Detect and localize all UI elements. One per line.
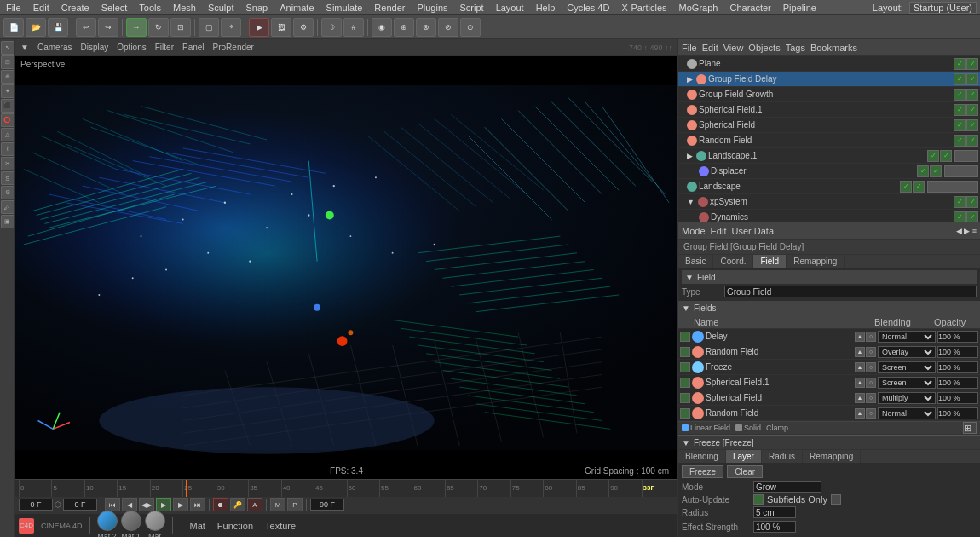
obj-row-plane[interactable]: Plane xyxy=(678,56,980,72)
skip-to-start-btn[interactable]: ⏮ xyxy=(105,498,120,511)
obj-row-sf1[interactable]: Spherical Field.1 xyxy=(678,102,980,118)
move-btn[interactable]: ↔ xyxy=(126,18,147,37)
vp-toolbar-toggle[interactable]: ▼ xyxy=(19,43,31,52)
render-check-gfg[interactable] xyxy=(966,89,978,101)
vp-display[interactable]: Display xyxy=(78,43,110,52)
grid-btn[interactable]: # xyxy=(343,18,364,37)
field-row-freeze[interactable]: Freeze ▲ ○ NormalOverlayScreenMultiply xyxy=(678,360,980,375)
xray-btn[interactable]: ☽ xyxy=(321,18,342,37)
left-icon-12[interactable]: 🖊 xyxy=(1,200,14,214)
record-btn[interactable]: ⏺ xyxy=(213,498,228,511)
sff-sm-icon2[interactable]: ○ xyxy=(866,393,876,403)
undo-btn[interactable]: ↩ xyxy=(76,18,96,37)
field-check-sff[interactable] xyxy=(680,393,690,403)
obj-row-dynamics[interactable]: Dynamics xyxy=(678,210,980,222)
current-frame-field[interactable] xyxy=(19,499,53,511)
attr-edit[interactable]: Edit xyxy=(711,226,727,236)
menu-mograph[interactable]: MoGraph xyxy=(677,3,721,13)
left-icon-9[interactable]: ✂ xyxy=(1,157,14,170)
vis-check-xp[interactable] xyxy=(954,196,966,208)
r1-sm-icon2[interactable]: ○ xyxy=(866,347,876,357)
field-row-sf1[interactable]: Spherical Field.1 ▲ ○ NormalOverlayScree… xyxy=(678,375,980,390)
vis-check-sf1[interactable] xyxy=(954,104,966,116)
menu-tools[interactable]: Tools xyxy=(136,3,164,13)
menu-file[interactable]: File xyxy=(3,3,24,13)
autoupdate-cb[interactable] xyxy=(753,494,764,505)
auto-key-btn[interactable]: A xyxy=(247,498,262,511)
tab-texture[interactable]: Texture xyxy=(262,519,299,533)
menu-character[interactable]: Character xyxy=(727,3,773,13)
tab-mat[interactable]: Mat xyxy=(187,519,209,533)
freeze-tab-radius[interactable]: Radius xyxy=(762,450,803,463)
left-icon-5[interactable]: ⬛ xyxy=(1,99,14,113)
field-check-random2[interactable] xyxy=(680,408,690,419)
render-check-land[interactable] xyxy=(913,181,925,193)
obj-row-land[interactable]: Landscape xyxy=(678,179,980,194)
sff-opacity[interactable] xyxy=(937,392,978,404)
render-check-dyn[interactable] xyxy=(966,211,978,222)
menu-edit[interactable]: Edit xyxy=(31,3,52,13)
delay-blend[interactable]: NormalOverlayScreenMultiply xyxy=(878,331,936,343)
menu-plugins[interactable]: Plugins xyxy=(414,3,450,13)
vis-check-rf[interactable] xyxy=(954,135,966,147)
delay-sm-icon1[interactable]: ▲ xyxy=(855,332,865,342)
field-check-freeze[interactable] xyxy=(680,362,690,372)
obj-row-rf[interactable]: Random Field xyxy=(678,133,980,148)
menu-xparticles[interactable]: X-Particles xyxy=(619,3,669,13)
material-thumb-2[interactable] xyxy=(121,511,141,531)
clear-btn[interactable]: Clear xyxy=(727,465,763,478)
scale-btn[interactable]: ⊡ xyxy=(170,18,191,37)
material-item-1[interactable]: Mat.2 xyxy=(97,511,118,537)
objmgr-objects[interactable]: Objects xyxy=(748,43,780,53)
vis-check-gfd[interactable] xyxy=(954,73,966,85)
objmgr-file[interactable]: File xyxy=(682,43,697,53)
frame-field-2[interactable] xyxy=(63,499,97,511)
lasso-btn[interactable]: ⌖ xyxy=(221,18,241,37)
field-check-random1[interactable] xyxy=(680,347,690,357)
render-check-land1[interactable] xyxy=(940,150,952,162)
vis-check-sf[interactable] xyxy=(954,119,966,131)
left-icon-1[interactable]: ↖ xyxy=(1,41,14,55)
end-frame-field[interactable] xyxy=(310,499,344,511)
render-check-plane[interactable] xyxy=(966,58,978,70)
tool4[interactable]: ⊘ xyxy=(438,18,458,37)
obj-row-gfg[interactable]: Group Field Growth xyxy=(678,87,980,102)
next-frame-btn[interactable]: ▶ xyxy=(173,498,188,511)
freeze-expand-icon[interactable]: ▼ xyxy=(682,438,690,448)
tab-remapping[interactable]: Remapping xyxy=(787,255,845,268)
tool3[interactable]: ⊗ xyxy=(416,18,436,37)
sf1-opacity[interactable] xyxy=(937,377,978,389)
tab-coord[interactable]: Coord. xyxy=(713,255,753,268)
radius-value[interactable] xyxy=(753,506,796,518)
freeze-btn[interactable]: Freeze xyxy=(682,465,723,478)
sff-sm-icon1[interactable]: ▲ xyxy=(855,393,865,403)
material-thumb-3[interactable] xyxy=(145,511,165,531)
vp-filter[interactable]: Filter xyxy=(153,43,176,52)
fields-options-btn[interactable]: ⊞ xyxy=(963,422,977,434)
left-icon-3[interactable]: ⊕ xyxy=(1,70,14,84)
play-reverse-btn[interactable]: ◀▶ xyxy=(139,498,154,511)
skip-to-end-btn[interactable]: ⏭ xyxy=(190,498,205,511)
sf1-sm-icon2[interactable]: ○ xyxy=(866,378,876,388)
open-btn[interactable]: 📂 xyxy=(26,18,46,37)
save-btn[interactable]: 💾 xyxy=(48,18,68,37)
menu-cycles4d[interactable]: Cycles 4D xyxy=(564,3,612,13)
obj-row-groupfield[interactable]: ▶ Group Field Delay xyxy=(678,72,980,87)
random1-blend[interactable]: NormalOverlayScreenMultiply xyxy=(878,346,936,358)
menu-script[interactable]: Script xyxy=(458,3,487,13)
sff-blend[interactable]: NormalOverlayScreenMultiply xyxy=(878,392,936,404)
left-icon-2[interactable]: ⊡ xyxy=(1,55,14,69)
field-row-sff[interactable]: Spherical Field ▲ ○ NormalOverlayScreenM… xyxy=(678,390,980,406)
rotate-btn[interactable]: ↻ xyxy=(148,18,169,37)
tool5[interactable]: ⊙ xyxy=(460,18,481,37)
random1-opacity[interactable] xyxy=(937,346,978,358)
render-preview-btn[interactable]: ▶ xyxy=(249,18,269,37)
vis-check-land1[interactable] xyxy=(927,150,939,162)
obj-row-xpsystem[interactable]: ▼ xpSystem xyxy=(678,194,980,210)
render-check-sf[interactable] xyxy=(966,119,978,131)
vp-prorender[interactable]: ProRender xyxy=(211,43,256,52)
menu-sculpt[interactable]: Sculpt xyxy=(205,3,237,13)
menu-help[interactable]: Help xyxy=(533,3,558,13)
left-icon-8[interactable]: ⌇ xyxy=(1,142,14,156)
viewport-canvas[interactable]: Perspective xyxy=(15,56,677,479)
